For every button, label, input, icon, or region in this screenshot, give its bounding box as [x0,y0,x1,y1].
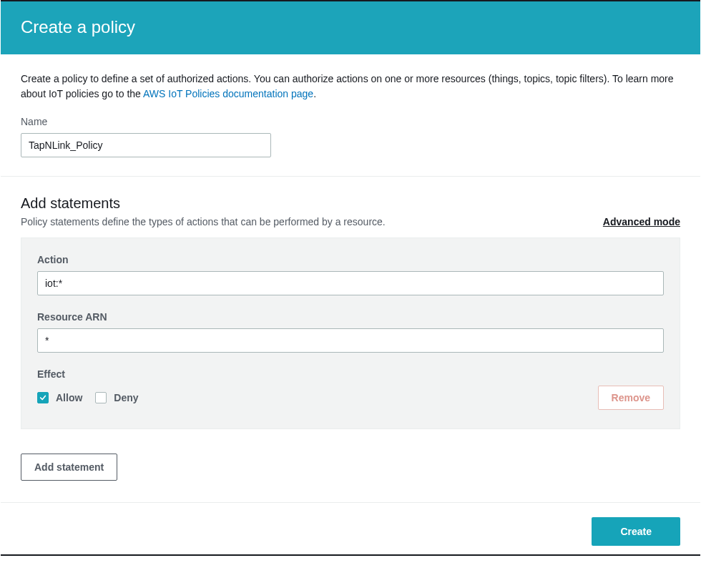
page-description: Create a policy to define a set of autho… [21,72,680,102]
desc-before: Create a policy to define a set of autho… [21,73,674,99]
action-label: Action [37,254,664,265]
deny-checkbox[interactable] [95,392,107,403]
advanced-mode-link[interactable]: Advanced mode [603,216,680,227]
name-input[interactable] [21,133,271,157]
page-title: Create a policy [21,17,680,37]
add-statement-button[interactable]: Add statement [21,454,117,481]
action-input[interactable] [37,271,664,295]
page-footer: Create [1,502,700,554]
resource-input[interactable] [37,328,664,353]
desc-after: . [313,88,316,99]
statement-card: Action Resource ARN Effect Allow Deny Re… [21,237,680,429]
resource-label: Resource ARN [37,311,664,323]
docs-link[interactable]: AWS IoT Policies documentation page [143,88,313,99]
effect-label: Effect [37,368,664,380]
allow-checkbox[interactable] [37,392,49,403]
page-header: Create a policy [1,1,700,54]
deny-label: Deny [114,392,138,403]
statements-subtext: Policy statements define the types of ac… [21,216,386,227]
allow-label: Allow [56,392,82,403]
name-label: Name [21,116,680,127]
check-icon [39,394,46,401]
remove-button[interactable]: Remove [598,386,664,410]
create-button[interactable]: Create [592,517,680,546]
statements-heading: Add statements [21,195,386,212]
